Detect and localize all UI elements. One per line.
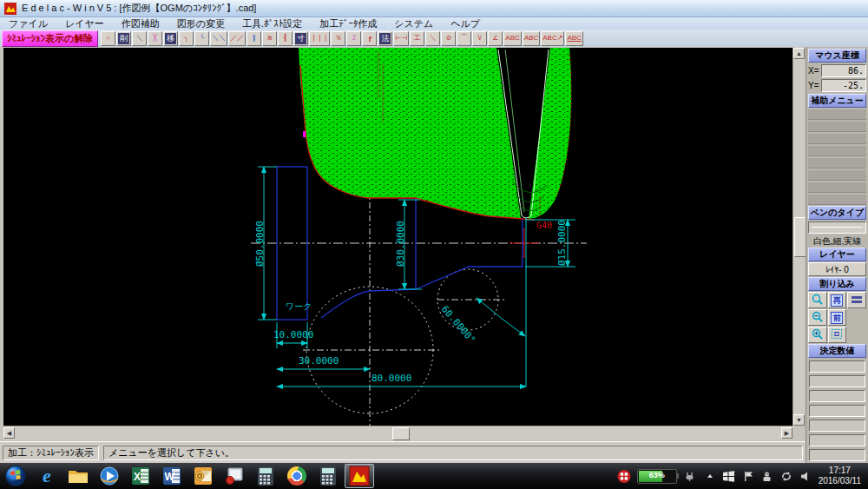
sync-icon[interactable] bbox=[779, 469, 793, 483]
vertical-scrollbar[interactable]: ▲ ▼ bbox=[792, 48, 806, 426]
battery-indicator[interactable]: 63% bbox=[637, 469, 677, 484]
taskbar-explorer[interactable] bbox=[63, 464, 93, 488]
scroll-left-arrow[interactable]: ◀ bbox=[3, 427, 15, 439]
aux-menu-slot bbox=[808, 145, 866, 156]
zoom-window-button[interactable] bbox=[808, 292, 827, 308]
prev-view-button[interactable]: 前 bbox=[828, 309, 847, 326]
taskbar-media-player[interactable] bbox=[95, 464, 124, 488]
v-dim-icon[interactable]: 工 bbox=[410, 31, 424, 46]
vertical-scroll-thumb[interactable] bbox=[794, 217, 806, 257]
updater-icon[interactable] bbox=[760, 469, 774, 483]
taskbar-edelac[interactable] bbox=[345, 464, 374, 488]
z-shape-icon[interactable]: Ｚ bbox=[346, 31, 361, 46]
flag-icon[interactable] bbox=[741, 469, 755, 483]
taskbar-clock[interactable]: 17:17 2016/03/11 bbox=[819, 466, 861, 486]
parallel-lines-icon[interactable]: ＼＼ bbox=[210, 31, 227, 46]
h-dim-icon: ⊢⊣ bbox=[395, 35, 407, 42]
taskbar-ie[interactable]: e bbox=[32, 464, 62, 488]
text-icon[interactable]: ABC bbox=[503, 31, 521, 46]
speaker-icon[interactable] bbox=[799, 469, 812, 483]
start-button[interactable] bbox=[1, 464, 30, 488]
zoom-out-button[interactable] bbox=[808, 309, 827, 326]
chamfer-icon[interactable]: └ bbox=[194, 31, 209, 46]
taskbar-word[interactable]: W bbox=[157, 464, 187, 488]
diag-dim-icon[interactable]: ＼ bbox=[425, 31, 440, 46]
circle-icon[interactable]: ○ bbox=[101, 31, 115, 46]
dim-80: 80.0000 bbox=[372, 373, 411, 384]
zigzag-icon[interactable]: ≋ bbox=[262, 31, 277, 46]
red-app-icon[interactable] bbox=[617, 469, 631, 483]
scroll-up-arrow[interactable]: ▲ bbox=[793, 48, 805, 59]
fit-icon bbox=[831, 328, 843, 341]
move-icon: 移 bbox=[165, 33, 176, 44]
taskbar-calculator-2[interactable] bbox=[313, 464, 343, 488]
aux-menu-slot bbox=[808, 182, 866, 193]
clock-time: 17:17 bbox=[829, 466, 851, 475]
offset-icon[interactable]: ／／ bbox=[228, 31, 246, 46]
trim-icon[interactable]: ╳ bbox=[148, 31, 162, 46]
joint-icon[interactable]: ┨ bbox=[278, 31, 293, 46]
menu-item-4[interactable]: 工具.ﾎﾟｽﾄ設定 bbox=[233, 17, 311, 30]
horizontal-scrollbar[interactable]: ◀ ▶ bbox=[3, 426, 792, 440]
menu-item-7[interactable]: ヘルプ bbox=[442, 17, 489, 30]
caret-up-icon[interactable] bbox=[703, 469, 717, 483]
spline-icon[interactable]: ％ bbox=[331, 31, 345, 46]
pen-sample bbox=[808, 221, 866, 234]
arc-dim-icon[interactable]: ⌒ bbox=[457, 31, 471, 46]
x-coord-row: X= 86. bbox=[808, 63, 866, 78]
diameter-dim-icon[interactable]: ⊘ bbox=[441, 31, 456, 46]
hatch-icon[interactable]: ∥ bbox=[247, 31, 261, 46]
scroll-down-arrow[interactable]: ▼ bbox=[793, 414, 805, 426]
delete-icon[interactable]: 削 bbox=[116, 31, 131, 46]
taskbar-chrome[interactable] bbox=[282, 464, 312, 488]
taskbar-outlook[interactable] bbox=[188, 464, 218, 488]
windows-flag-icon[interactable] bbox=[722, 469, 736, 483]
fit-view-button[interactable] bbox=[828, 327, 847, 343]
menu-item-0[interactable]: ファイル bbox=[0, 17, 56, 30]
menu-item-5[interactable]: 加工ﾃﾞｰﾀ作成 bbox=[311, 17, 385, 30]
text-underline-icon[interactable]: ABC bbox=[565, 31, 582, 46]
redraw-button[interactable]: 再 bbox=[828, 292, 847, 308]
power-plug-icon bbox=[683, 469, 697, 483]
simulation-release-button[interactable]: ｼﾐｭﾚｰｼｮﾝ表示の解除 bbox=[2, 30, 98, 47]
measure-icon[interactable]: 寸 bbox=[293, 31, 308, 46]
h-dim-icon[interactable]: ⊢⊣ bbox=[393, 31, 409, 46]
delete-icon: 削 bbox=[118, 33, 129, 44]
scroll-right-arrow[interactable]: ▶ bbox=[781, 427, 792, 439]
work-label: ワーク bbox=[286, 301, 312, 311]
text-italic-icon[interactable]: ABC bbox=[523, 31, 540, 46]
horizontal-scroll-thumb[interactable] bbox=[392, 427, 410, 440]
step-icon[interactable]: ┏ bbox=[362, 31, 377, 46]
dim-settings-icon[interactable]: 法 bbox=[378, 31, 392, 46]
menu-item-6[interactable]: システム bbox=[385, 17, 442, 30]
taskbar-excel[interactable]: X bbox=[126, 464, 155, 488]
angle-dim-icon[interactable]: ∠ bbox=[488, 31, 503, 46]
pitch-icon[interactable]: ❘❘❘ bbox=[309, 31, 330, 46]
taskbar-calculator[interactable] bbox=[251, 464, 280, 488]
cad-drawing: G40 Ø50.0000 Ø30.0000 Ø15.0000 10.0000 3… bbox=[3, 48, 792, 426]
menu-item-2[interactable]: 作図補助 bbox=[113, 17, 168, 30]
text-arrow-icon[interactable]: ABC↗ bbox=[541, 31, 564, 46]
dim-10: 10.0000 bbox=[273, 329, 313, 340]
line-icon[interactable]: ＼ bbox=[132, 31, 147, 46]
layer-button[interactable]: ﾚｲﾔ- 0 bbox=[808, 262, 866, 276]
window-title: E d e l a c - W i n V 5 : [作図例【OGMのｺﾝﾀﾘﾝ… bbox=[22, 2, 256, 15]
fillet-icon: ┐ bbox=[184, 35, 189, 42]
dimension-lines bbox=[258, 167, 575, 387]
menu-item-1[interactable]: レイヤー bbox=[56, 17, 113, 30]
decision-value-field bbox=[809, 390, 865, 402]
pen-type-header: ペンのタイプ bbox=[808, 206, 866, 220]
fillet-icon[interactable]: ┐ bbox=[179, 31, 194, 46]
taskbar-snipping[interactable] bbox=[220, 464, 249, 488]
drawing-canvas[interactable]: G40 Ø50.0000 Ø30.0000 Ø15.0000 10.0000 3… bbox=[3, 48, 792, 426]
menu-item-3[interactable]: 図形の変更 bbox=[168, 17, 233, 30]
status-bar: 加工：ｼﾐｭﾚｰｼｮﾝ表示 メニューを選択して下さい。 bbox=[0, 441, 806, 463]
corner-dim-icon[interactable]: Ｖ bbox=[472, 31, 487, 46]
parallel-lines-icon: ＼＼ bbox=[212, 35, 226, 42]
move-icon[interactable]: 移 bbox=[163, 31, 178, 46]
fast-draw-button[interactable] bbox=[847, 292, 866, 308]
taskbar: eXW 63% 17:17 2016/03/11 bbox=[0, 463, 868, 489]
dim-30: 30.0000 bbox=[299, 355, 339, 367]
zoom-in-button[interactable] bbox=[808, 327, 827, 343]
dim-dia50: Ø50.0000 bbox=[254, 221, 266, 267]
